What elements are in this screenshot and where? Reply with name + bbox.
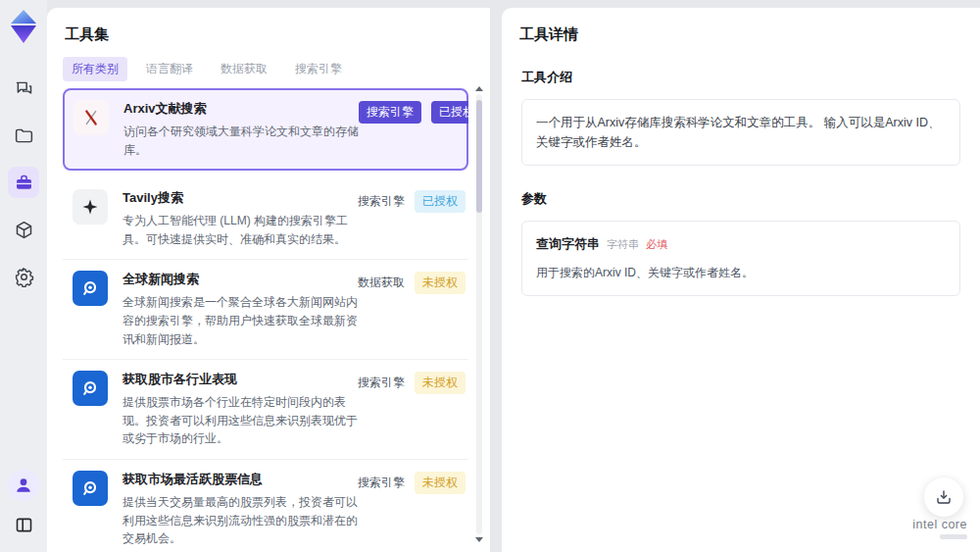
auth-status-badge: 已授权 (415, 190, 466, 213)
tools-list: Arxiv文献搜索 访问各个研究领域大量科学论文和文章的存储库。 搜索引擎 已授… (63, 88, 468, 552)
folder-icon[interactable] (8, 120, 39, 151)
tool-description: 提供当天交易量最高的股票列表，投资者可以利用这些信息来识别流动性强的股票和潜在的… (122, 493, 358, 548)
tab-search-engine[interactable]: 搜索引擎 (286, 57, 351, 81)
tool-card-tavily[interactable]: Tavily搜索 专为人工智能代理 (LLM) 构建的搜索引擎工具。可快速提供实… (63, 178, 468, 260)
param-required-flag: 必填 (646, 236, 667, 254)
params-heading: 参数 (521, 190, 960, 208)
category-label: 数据获取 (358, 272, 405, 294)
category-label: 搜索引擎 (358, 372, 405, 394)
tool-name: Tavily搜索 (122, 189, 358, 207)
category-tabs: 所有类别 语言翻译 数据获取 搜索引擎 (63, 57, 490, 81)
tool-intro-text: 一个用于从Arxiv存储库搜索科学论文和文章的工具。 输入可以是Arxiv ID… (521, 99, 960, 166)
download-button[interactable] (924, 477, 963, 517)
tool-card-global-news[interactable]: 全球新闻搜索 全球新闻搜索是一个聚合全球各大新闻网站内容的搜索引擎，帮助用户快速… (63, 260, 468, 360)
tool-name: 全球新闻搜索 (122, 271, 358, 288)
tool-description: 提供股票市场各个行业在特定时间段内的表现。投资者可以利用这些信息来识别表现优于或… (122, 393, 358, 448)
scroll-down-arrow-icon[interactable] (475, 537, 483, 542)
tab-language-translation[interactable]: 语言翻译 (137, 57, 202, 81)
intel-core-logo: intel core (912, 518, 967, 539)
tool-details-panel: 工具详情 工具介绍 一个用于从Arxiv存储库搜索科学论文和文章的工具。 输入可… (502, 8, 980, 552)
user-icon[interactable] (8, 470, 39, 501)
gear-icon[interactable] (8, 261, 39, 292)
tool-description: 全球新闻搜索是一个聚合全球各大新闻网站内容的搜索引擎，帮助用户快速获取全球最新资… (122, 293, 358, 348)
scrollbar-thumb[interactable] (476, 100, 482, 213)
page-title: 工具集 (47, 8, 490, 44)
category-label: 搜索引擎 (358, 472, 405, 494)
details-title: 工具详情 (502, 8, 980, 44)
auth-status-badge: 未授权 (415, 372, 466, 394)
category-label: 搜索引擎 (358, 190, 405, 213)
tool-name: 获取市场最活跃股票信息 (122, 471, 358, 488)
tool-description: 专为人工智能代理 (LLM) 构建的搜索引擎工具。可快速提供实时、准确和真实的结… (122, 212, 358, 248)
blue-api-logo-icon (73, 471, 108, 506)
app-rail (0, 0, 47, 552)
blue-api-logo-icon (73, 371, 108, 406)
intro-heading: 工具介绍 (521, 69, 960, 86)
scroll-up-arrow-icon[interactable] (475, 86, 483, 91)
tab-data-acquisition[interactable]: 数据获取 (212, 57, 276, 81)
auth-status-badge: 已授权 (431, 101, 468, 124)
category-badge: 搜索引擎 (359, 101, 421, 124)
tools-list-panel: 工具集 所有类别 语言翻译 数据获取 搜索引擎 Arxiv文献搜索 访问各个研究… (47, 8, 490, 552)
layout-icon[interactable] (8, 509, 39, 540)
auth-status-badge: 未授权 (415, 272, 466, 294)
tool-name: 获取股市各行业表现 (122, 371, 358, 388)
cube-icon[interactable] (8, 214, 39, 245)
list-scrollbar[interactable] (475, 86, 483, 542)
toolbox-icon[interactable] (8, 167, 39, 198)
parameter-item: 查询字符串 字符串 必填 用于搜索的Arxiv ID、关键字或作者姓名。 (521, 221, 960, 296)
tool-card-arxiv[interactable]: Arxiv文献搜索 访问各个研究领域大量科学论文和文章的存储库。 搜索引擎 已授… (63, 88, 468, 171)
param-type: 字符串 (607, 236, 639, 254)
arxiv-logo-icon (74, 100, 109, 135)
chat-icon[interactable] (8, 73, 39, 104)
auth-status-badge: 未授权 (415, 472, 466, 494)
param-name: 查询字符串 (536, 234, 600, 255)
tool-name: Arxiv文献搜索 (123, 100, 359, 118)
intel-core-text: intel core (912, 518, 967, 531)
brand-underline-bar (940, 534, 967, 539)
tab-all-categories[interactable]: 所有类别 (63, 57, 127, 81)
param-description: 用于搜索的Arxiv ID、关键字或作者姓名。 (536, 264, 946, 282)
blue-api-logo-icon (73, 271, 108, 306)
tool-description: 访问各个研究领域大量科学论文和文章的存储库。 (123, 123, 359, 159)
download-icon (935, 488, 953, 506)
tool-card-sector-performance[interactable]: 获取股市各行业表现 提供股票市场各个行业在特定时间段内的表现。投资者可以利用这些… (63, 360, 468, 460)
sparkle-star-icon (73, 189, 108, 225)
tool-card-active-stocks[interactable]: 获取市场最活跃股票信息 提供当天交易量最高的股票列表，投资者可以利用这些信息来识… (63, 460, 468, 552)
app-logo[interactable] (7, 8, 40, 45)
